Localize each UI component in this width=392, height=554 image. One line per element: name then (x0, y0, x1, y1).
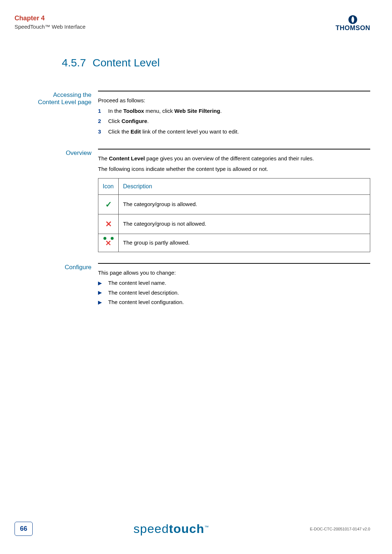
t: Configure (122, 118, 147, 124)
t: Click the (108, 128, 131, 135)
t: Web Site Filtering (174, 108, 220, 114)
accessing-intro: Proceed as follows: (98, 97, 370, 105)
overview-label: Overview (36, 149, 98, 252)
list-text: The content level configuration. (108, 298, 184, 307)
logo-tm: ™ (204, 525, 209, 530)
speedtouch-logo: speedtouch™ (134, 522, 209, 536)
accessing-label: Accessing the Content Level page (36, 91, 98, 138)
step-text: Click Configure. (108, 117, 370, 126)
list-text: The content level name. (108, 279, 166, 287)
step-3: 3 Click the Edit link of the content lev… (98, 128, 370, 136)
overview-p1: The Content Level page gives you an over… (98, 155, 370, 163)
t: In the (108, 108, 123, 114)
configure-intro: This page allows you to change: (98, 269, 370, 277)
section-title: Content Level (93, 57, 160, 69)
cross-icon: ✕ (105, 219, 112, 229)
logo-bold: touch (169, 522, 204, 535)
th-icon: Icon (98, 178, 119, 195)
list-text: The content level description. (108, 289, 179, 297)
accessing-block: Accessing the Content Level page Proceed… (36, 91, 370, 138)
t: page gives you an overview of the differ… (145, 155, 314, 161)
t: link of the content level you want to ed… (141, 128, 239, 135)
cell-icon: ✕ (98, 234, 119, 252)
overview-block: Overview The Content Level page gives yo… (36, 149, 370, 252)
page-number: 66 (15, 522, 33, 536)
arrow-icon: ▶ (98, 279, 108, 287)
overview-body: The Content Level page gives you an over… (98, 149, 370, 252)
table-row: ✕ The category/group is not allowed. (98, 214, 370, 234)
th-description: Description (119, 178, 370, 195)
configure-list: ▶ The content level name. ▶ The content … (98, 279, 370, 307)
document-id: E-DOC-CTC-20051017-0147 v2.0 (310, 527, 370, 531)
cell-desc: The group is partly allowed. (119, 234, 370, 252)
configure-body: This page allows you to change: ▶ The co… (98, 263, 370, 308)
partial-icon: ✕ (104, 238, 113, 246)
table-row: ✓ The category/group is allowed. (98, 195, 370, 214)
step-text: In the Toolbox menu, click Web Site Filt… (108, 107, 370, 115)
arrow-icon: ▶ (98, 289, 108, 296)
t: Toolbox (123, 108, 144, 114)
header-left: Chapter 4 SpeedTouch™ Web Interface (15, 15, 86, 30)
cell-icon: ✓ (98, 195, 119, 214)
list-item: ▶ The content level description. (98, 289, 370, 297)
step-text: Click the Edit link of the content level… (108, 128, 370, 136)
t: Content Level (109, 155, 145, 161)
t: menu, click (144, 108, 174, 114)
list-item: ▶ The content level configuration. (98, 298, 370, 307)
step-1: 1 In the Toolbox menu, click Web Site Fi… (98, 107, 370, 115)
section-heading: 4.5.7 Content Level (36, 57, 370, 69)
t: Click (108, 118, 122, 124)
configure-label: Configure (36, 263, 98, 308)
chapter-subtitle: SpeedTouch™ Web Interface (15, 24, 86, 30)
table-row: ✕ The group is partly allowed. (98, 234, 370, 252)
table-header-row: Icon Description (98, 178, 370, 195)
checkmark-icon: ✓ (105, 200, 112, 209)
chapter-title: Chapter 4 (15, 15, 86, 22)
cell-desc: The category/group is allowed. (119, 195, 370, 214)
step-num: 3 (98, 128, 108, 136)
thomson-text: THOMSON (336, 25, 371, 31)
overview-p2: The following icons indicate whether the… (98, 165, 370, 173)
section-number: 4.5.7 (36, 57, 93, 69)
accessing-steps: 1 In the Toolbox menu, click Web Site Fi… (98, 107, 370, 136)
configure-block: Configure This page allows you to change… (36, 263, 370, 308)
cell-icon: ✕ (98, 214, 119, 234)
step-2: 2 Click Configure. (98, 117, 370, 126)
page-footer: 66 speedtouch™ E-DOC-CTC-20051017-0147 v… (15, 522, 370, 536)
arrow-icon: ▶ (98, 299, 108, 306)
step-num: 2 (98, 117, 108, 126)
cell-desc: The category/group is not allowed. (119, 214, 370, 234)
t: The (98, 155, 109, 161)
accessing-body: Proceed as follows: 1 In the Toolbox men… (98, 91, 370, 138)
t: . (220, 108, 222, 114)
step-num: 1 (98, 107, 108, 115)
logo-light: speed (134, 522, 169, 535)
thomson-icon (348, 15, 358, 25)
list-item: ▶ The content level name. (98, 279, 370, 287)
t: Edit (131, 128, 141, 135)
icon-table: Icon Description ✓ The category/group is… (98, 178, 370, 252)
t: . (147, 118, 149, 124)
thomson-logo: THOMSON (336, 15, 371, 31)
page-header: Chapter 4 SpeedTouch™ Web Interface THOM… (15, 15, 370, 31)
